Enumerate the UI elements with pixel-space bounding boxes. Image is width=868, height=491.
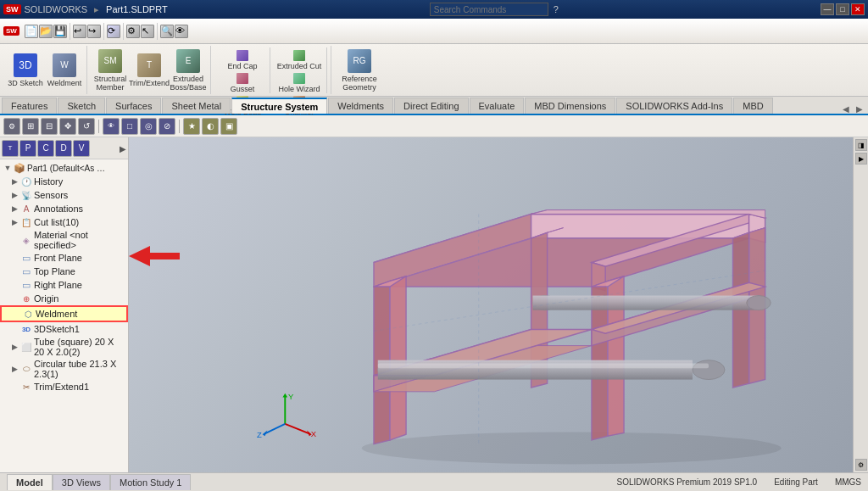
model-svg: Y X Z [129, 137, 853, 472]
tree-item-frontplane[interactable]: ▭ Front Plane [0, 251, 128, 265]
sidebar-configuration-icon[interactable]: C [37, 140, 54, 157]
tree-item-material[interactable]: ◈ Material <not specified> [0, 229, 128, 251]
help-icon[interactable]: ? [554, 4, 559, 14]
rp-view-button[interactable]: ◨ [855, 139, 867, 151]
select-icon[interactable]: ↖ [141, 25, 154, 38]
history-expand[interactable]: ▶ [10, 177, 19, 186]
tab-mbd[interactable]: MBD [733, 98, 772, 114]
tree-root-expand[interactable]: ▼ [3, 164, 12, 172]
zoom-fit-icon[interactable]: ⊞ [22, 118, 39, 135]
tree-item-trim-extend1[interactable]: ✂ Trim/Extend1 [0, 380, 128, 393]
tab-addins[interactable]: SOLIDWORKS Add-Ins [616, 98, 732, 114]
tree-root-label: Part1 (Default<As Machined><Defa... [27, 164, 112, 173]
tab-prev-icon[interactable]: ◀ [839, 104, 853, 114]
history-icon: 🕐 [20, 176, 32, 187]
tree-item-history[interactable]: ▶ 🕐 History [0, 175, 128, 188]
tab-next-icon[interactable]: ▶ [853, 104, 866, 114]
render-icon[interactable]: ◐ [202, 118, 219, 135]
material-label: Material <not specified> [34, 230, 125, 250]
tab-features[interactable]: Features [2, 98, 57, 114]
annotations-expand[interactable]: ▶ [10, 204, 19, 213]
weldment-button[interactable]: W Weldment [46, 47, 83, 93]
sidebar-propertymanager-icon[interactable]: P [19, 140, 36, 157]
structural-member-button[interactable]: SM Structural Member [92, 47, 129, 93]
rotate-icon[interactable]: ↺ [78, 118, 95, 135]
minimize-button[interactable]: — [821, 3, 834, 15]
model-tab[interactable]: Model [7, 474, 53, 490]
display-style-icon[interactable]: □ [121, 118, 138, 135]
tab-sheetmetal[interactable]: Sheet Metal [162, 98, 231, 114]
zoom-area-icon[interactable]: ⊟ [41, 118, 58, 135]
section-view-icon[interactable]: ⊘ [159, 118, 175, 135]
3dsketch-label: 3D Sketch [8, 79, 43, 87]
motion-study-tab[interactable]: Motion Study 1 [110, 474, 191, 490]
3dsketch-button[interactable]: 3D 3D Sketch [7, 47, 44, 93]
tab-evaluate[interactable]: Evaluate [470, 98, 525, 114]
tree-item-topplane[interactable]: ▭ Top Plane [0, 265, 128, 278]
close-button[interactable]: ✕ [851, 3, 865, 15]
rebuild-icon[interactable]: ⟳ [107, 25, 120, 38]
3dviews-tab[interactable]: 3D Views [53, 474, 110, 490]
extruded-cut-label: Extruded Cut [277, 62, 322, 70]
tree-item-circular-tube[interactable]: ▶ ⬭ Circular tube 21.3 X 2.3(1) [0, 358, 128, 380]
titlebar-title: Part1.SLDPRT [106, 4, 168, 14]
sidebar-display-icon[interactable]: V [73, 140, 90, 157]
svg-marker-13 [390, 276, 406, 440]
material-icon: ◈ [20, 234, 32, 246]
rp-hide-button[interactable]: ▶ [855, 153, 867, 165]
tab-direct-editing[interactable]: Direct Editing [394, 98, 468, 114]
circular-tube-expand[interactable]: ▶ [10, 365, 19, 373]
solidworks-logo: SW [3, 4, 21, 14]
sidebar-dimbxpert-icon[interactable]: D [55, 140, 72, 157]
open-icon[interactable]: 📂 [39, 25, 53, 38]
hide-show-icon[interactable]: ◎ [140, 118, 157, 135]
pan-icon[interactable]: ✥ [59, 118, 76, 135]
undo-icon[interactable]: ↩ [73, 25, 86, 38]
gusset-button[interactable]: Gusset [217, 72, 268, 94]
rp-settings-button[interactable]: ⚙ [855, 459, 867, 471]
view-settings-icon[interactable]: ⚙ [3, 118, 20, 135]
view-icon[interactable]: 👁 [175, 25, 188, 38]
extruded-cut-button[interactable]: Extruded Cut [274, 49, 325, 71]
tab-structure-system[interactable]: Structure System [231, 98, 327, 114]
trim-extend-button[interactable]: T Trim/Extend [131, 47, 168, 93]
tree-item-origin[interactable]: ⊕ Origin [0, 292, 128, 305]
appearance-icon[interactable]: ★ [183, 118, 200, 135]
sidebar-featuretree-icon[interactable]: T [2, 140, 19, 157]
view-orientation-icon[interactable]: 👁 [103, 118, 120, 135]
scene-icon[interactable]: ▣ [220, 118, 237, 135]
tree-item-weldment[interactable]: ⬡ Weldment [0, 305, 128, 322]
sensors-label: Sensors [34, 190, 68, 200]
save-icon[interactable]: 💾 [53, 25, 67, 38]
new-icon[interactable]: 📄 [25, 25, 38, 38]
tree-item-rightplane[interactable]: ▭ Right Plane [0, 278, 128, 292]
sensors-expand[interactable]: ▶ [10, 191, 19, 199]
tree-item-sensors[interactable]: ▶ 📡 Sensors [0, 188, 128, 202]
tree-root[interactable]: ▼ 📦 Part1 (Default<As Machined><Defa... [0, 161, 128, 175]
tree-item-annotations[interactable]: ▶ A Annotations [0, 202, 128, 215]
tab-sketch[interactable]: Sketch [58, 98, 105, 114]
end-cap-button[interactable]: End Cap [217, 49, 268, 71]
topplane-icon: ▭ [20, 265, 32, 277]
cutlist-expand[interactable]: ▶ [10, 218, 19, 226]
tube-square-expand[interactable]: ▶ [10, 343, 19, 351]
tab-weldments[interactable]: Weldments [328, 98, 393, 114]
reference-geometry-button[interactable]: RG Reference Geometry [336, 47, 383, 93]
extruded-boss-button[interactable]: E Extruded Boss/Base [170, 47, 207, 93]
maximize-button[interactable]: □ [836, 3, 849, 15]
tab-bar: Features Sketch Surfaces Sheet Metal Str… [0, 97, 868, 115]
sidebar-expand[interactable]: ▶ [120, 143, 126, 153]
tab-mbd-dimensions[interactable]: MBD Dimensions [525, 98, 615, 114]
tree-item-tube-square[interactable]: ▶ ⬜ Tube (square) 20 X 20 X 2.0(2) [0, 336, 128, 358]
hole-wizard-button[interactable]: Hole Wizard [274, 72, 325, 94]
zoom-icon[interactable]: 🔍 [160, 25, 174, 38]
tree-item-3dsketch1[interactable]: 3D 3DSketch1 [0, 322, 128, 336]
tab-surfaces[interactable]: Surfaces [106, 98, 161, 114]
sidebar-expand-icon[interactable]: ▶ [120, 144, 126, 153]
viewport[interactable]: Y X Z [129, 137, 853, 472]
options-icon[interactable]: ⚙ [126, 25, 140, 38]
redo-icon[interactable]: ↪ [87, 25, 101, 38]
trim-extend-label: Trim/Extend [129, 79, 170, 87]
search-input[interactable] [430, 3, 548, 16]
tree-item-cutlist[interactable]: ▶ 📋 Cut list(10) [0, 215, 128, 229]
